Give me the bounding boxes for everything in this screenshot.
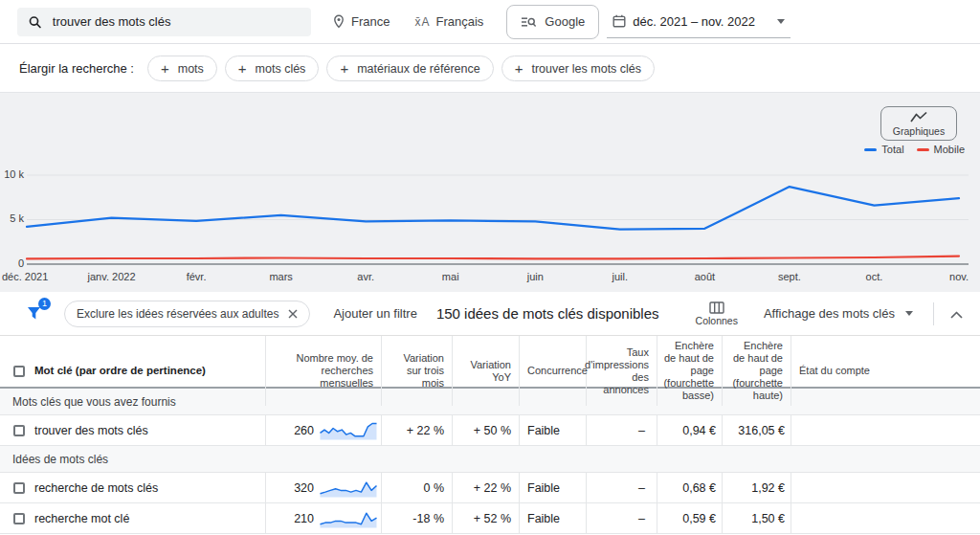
chart-legend: TotalMobile (864, 144, 965, 155)
three-month-change-value: -18 % (382, 503, 453, 533)
translate-icon: x̄A (414, 15, 430, 29)
ad-impression-share-value: – (587, 415, 657, 445)
legend-label: Total (881, 144, 903, 155)
y-axis-tick: 0 (0, 257, 24, 269)
chip-label: matériaux de référence (357, 62, 480, 76)
row-checkbox[interactable] (13, 513, 25, 524)
x-axis-tick: févr. (187, 271, 207, 282)
close-icon[interactable] (288, 309, 298, 319)
expand-chip-mots-cles[interactable]: + mots clés (225, 56, 320, 81)
columns-label: Colonnes (696, 315, 738, 326)
chevron-down-icon (905, 311, 913, 316)
row-checkbox[interactable] (13, 425, 25, 436)
x-axis-tick: avr. (357, 271, 374, 282)
top-bar: France x̄A Français Google déc. 2021 – n… (0, 0, 980, 44)
search-input[interactable] (51, 13, 300, 30)
ad-impression-share-value: – (587, 503, 657, 533)
keyword-text: trouver des mots clés (34, 424, 148, 437)
date-range-label: déc. 2021 – nov. 2022 (633, 14, 755, 29)
table-row: recherche mot clé 210 -18 % + 52 % Faibl… (0, 503, 980, 534)
line-chart-icon (909, 111, 928, 123)
header-keyword: Mot clé (par ordre de pertinence) (34, 365, 206, 377)
section-title: Idées de mots clés (12, 453, 108, 466)
expand-chip-mots[interactable]: + mots (147, 56, 217, 81)
trend-chart-panel: 10 k5 k0 déc. 2021janv. 2022févr.marsavr… (0, 92, 980, 292)
language-selector[interactable]: x̄A Français (414, 14, 483, 29)
y-axis-tick: 5 k (0, 212, 24, 224)
legend-item-mobile[interactable]: Mobile (917, 144, 965, 155)
plus-icon: + (340, 61, 348, 76)
chip-label: trouver les mots clés (531, 62, 641, 76)
yoy-change-value: + 50 % (453, 415, 520, 445)
sparkline-chart (319, 479, 378, 498)
header-top-bid-high: Enchère de haut de page (fourchette haut… (723, 336, 791, 406)
top-bid-high-value: 316,05 € (723, 415, 791, 445)
competition-value: Faible (520, 503, 587, 533)
legend-marker (917, 148, 929, 151)
legend-item-total[interactable]: Total (864, 144, 903, 155)
expand-chip-materiaux[interactable]: + matériaux de référence (326, 56, 493, 81)
keyword-table: Mot clé (par ordre de pertinence) Nombre… (0, 335, 980, 534)
filter-button[interactable]: 1 (27, 304, 44, 323)
divider (933, 302, 934, 325)
charts-toggle-button[interactable]: Graphiques (880, 106, 957, 141)
keyword-view-label: Affichage des mots clés (764, 306, 895, 321)
active-filter-chip[interactable]: Exclure les idées réservées aux adultes (64, 301, 310, 327)
keyword-view-dropdown[interactable]: Affichage des mots clés (758, 305, 919, 322)
trend-chart (0, 93, 980, 293)
location-label: France (351, 14, 390, 29)
x-axis-tick: janv. 2022 (88, 271, 136, 282)
keyword-text: recherche mot clé (34, 512, 129, 525)
top-bid-high-value: 1,50 € (723, 503, 791, 533)
account-status-value (791, 415, 980, 445)
ad-impression-share-value: – (587, 473, 657, 502)
chip-label: mots clés (256, 62, 306, 76)
avg-searches-value: 210 (294, 512, 314, 525)
y-axis-tick: 10 k (0, 168, 24, 180)
location-pin-icon (332, 14, 345, 29)
add-filter-button[interactable]: Ajouter un filtre (327, 305, 422, 322)
header-account-status: État du compte (791, 336, 980, 406)
chevron-up-icon (950, 311, 963, 319)
select-all-checkbox[interactable] (13, 366, 25, 377)
expand-chip-trouver[interactable]: + trouver les mots clés (501, 56, 655, 81)
row-checkbox[interactable] (13, 482, 25, 494)
expand-search-row: Élargir la recherche : + mots + mots clé… (0, 45, 980, 92)
section-keyword-ideas: Idées de mots clés (0, 446, 980, 473)
chip-label: mots (178, 62, 204, 76)
header-three-month-change: Variation sur trois mois (382, 336, 453, 406)
filter-bar: 1 Exclure les idées réservées aux adulte… (0, 292, 980, 335)
sparkline-chart (319, 509, 378, 528)
series-line-total (27, 187, 959, 230)
columns-icon (709, 301, 724, 314)
x-axis-tick: mai (442, 271, 459, 282)
plus-icon: + (515, 61, 523, 76)
location-selector[interactable]: France (332, 14, 390, 29)
date-range-selector[interactable]: déc. 2021 – nov. 2022 (607, 6, 791, 38)
top-bid-high-value: 1,92 € (723, 473, 791, 502)
legend-label: Mobile (934, 144, 965, 155)
x-axis-tick: juin (527, 271, 544, 282)
header-competition: Concurrence (520, 336, 587, 406)
three-month-change-value: 0 % (382, 473, 453, 502)
competition-value: Faible (520, 415, 587, 445)
keyword-search-box[interactable] (17, 8, 311, 36)
series-line-mobile (27, 256, 959, 259)
search-network-icon (521, 15, 536, 29)
plus-icon: + (161, 61, 169, 76)
top-bid-low-value: 0,68 € (657, 473, 723, 502)
expand-search-label: Élargir la recherche : (19, 61, 134, 76)
x-axis-tick: juil. (612, 271, 629, 282)
active-filter-label: Exclure les idées réservées aux adultes (77, 307, 278, 321)
keyword-text: recherche de mots clés (34, 481, 158, 495)
network-selector-button[interactable]: Google (506, 5, 599, 39)
collapse-panel-button[interactable] (948, 305, 972, 322)
top-bid-low-value: 0,59 € (657, 503, 723, 533)
table-row: trouver des mots clés 260 + 22 % + 50 % … (0, 415, 980, 446)
header-ad-impression-share: Taux d'impressions des annonces (587, 336, 657, 406)
columns-button[interactable]: Colonnes (690, 301, 744, 327)
x-axis-tick: nov. (949, 271, 969, 282)
x-axis-tick: déc. 2021 (2, 271, 48, 282)
network-label: Google (545, 14, 585, 29)
chevron-down-icon (777, 19, 785, 24)
